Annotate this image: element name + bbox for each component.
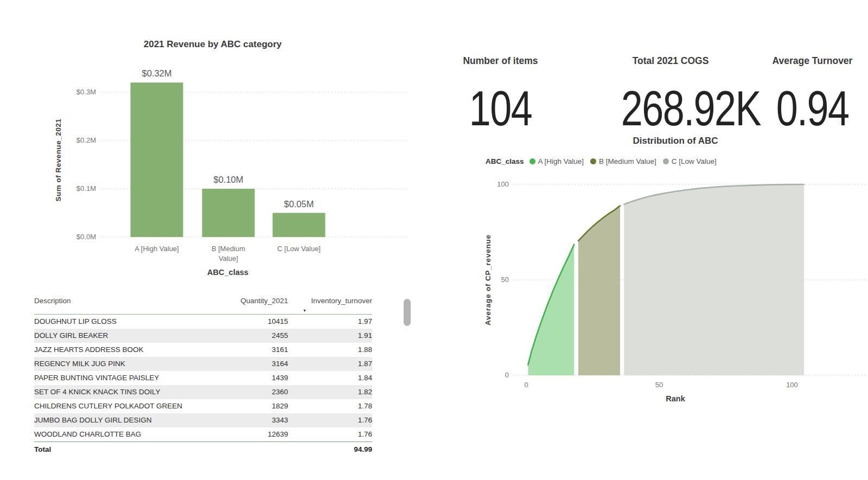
x-axis-title: Rank: [666, 394, 685, 403]
kpi-card-number-of-items: Number of items 104: [439, 54, 561, 133]
x-axis-tick: Value]: [219, 254, 238, 263]
table-row[interactable]: JAZZ HEARTS ADDRESS BOOK31611.88: [34, 343, 372, 357]
y-axis-tick: $0.2M: [76, 136, 96, 144]
table-visual: Description Quantity_2021 Inventory_turn…: [34, 295, 372, 457]
cell-description: SET OF 4 KNICK KNACK TINS DOILY: [34, 385, 223, 399]
cell-description: JUMBO BAG DOLLY GIRL DESIGN: [34, 413, 223, 427]
bar-value-label: $0.10M: [213, 175, 243, 184]
kpi-value: 0.94: [764, 84, 861, 133]
area-segment-b[interactable]: [578, 206, 620, 375]
table-header-quantity[interactable]: Quantity_2021: [223, 295, 288, 315]
x-axis-tick: 100: [786, 381, 798, 389]
kpi-value: 268.92K: [621, 84, 720, 133]
cell-turnover: 1.91: [288, 329, 372, 343]
cell-quantity: 2360: [223, 385, 288, 399]
cell-turnover: 1.76: [288, 413, 372, 427]
table-row[interactable]: DOUGHNUT LIP GLOSS104151.97: [34, 315, 372, 329]
x-axis-tick: 0: [524, 381, 528, 389]
table-row[interactable]: JUMBO BAG DOLLY GIRL DESIGN33431.76: [34, 413, 372, 427]
bar-chart-plot: $0.0M$0.1M$0.2M$0.3M$0.32MA [High Value]…: [33, 33, 412, 287]
cell-quantity: 3164: [223, 357, 288, 371]
x-axis-tick: C [Low Value]: [277, 245, 321, 253]
area-chart-visual: Distribution of ABC ABC_class A [High Va…: [467, 130, 868, 418]
table-scrollbar-thumb[interactable]: [404, 299, 411, 326]
y-axis-title: Sum of Revenue_2021: [54, 119, 62, 202]
bar-B [Medium Value][interactable]: [202, 189, 255, 237]
cell-description: CHILDRENS CUTLERY POLKADOT GREEN: [34, 399, 223, 413]
y-axis-tick: $0.3M: [76, 88, 96, 96]
cell-description: DOUGHNUT LIP GLOSS: [34, 315, 223, 329]
sort-descending-icon[interactable]: ▼: [303, 308, 307, 313]
cell-quantity: 3161: [223, 343, 288, 357]
table-row[interactable]: CHILDRENS CUTLERY POLKADOT GREEN18291.78: [34, 399, 372, 413]
bar-C [Low Value][interactable]: [273, 213, 326, 238]
cell-description: PAPER BUNTING VINTAGE PAISLEY: [34, 371, 223, 385]
y-axis-tick: $0.0M: [76, 233, 96, 241]
y-axis-title: Average of CP_revenue: [484, 234, 492, 325]
cell-quantity: 12639: [223, 427, 288, 442]
cell-turnover: 1.88: [288, 343, 372, 357]
cell-turnover: 1.84: [288, 371, 372, 385]
kpi-value: 104: [452, 84, 550, 133]
x-axis-tick: A [High Value]: [135, 245, 178, 253]
kpi-card-total-2021-cogs: Total 2021 COGS 268.92K: [609, 54, 732, 133]
table-total-row: Total 94.99: [34, 442, 372, 457]
table-row[interactable]: WOODLAND CHARLOTTE BAG126391.76: [34, 427, 372, 442]
total-label: Total: [34, 442, 223, 457]
x-axis-title: ABC_class: [207, 268, 248, 277]
kpi-label: Average Turnover: [751, 54, 868, 67]
cell-turnover: 1.78: [288, 399, 372, 413]
area-segment-c[interactable]: [624, 184, 804, 375]
cell-turnover: 1.97: [288, 315, 372, 329]
x-axis-tick: 50: [655, 381, 663, 389]
product-table: Description Quantity_2021 Inventory_turn…: [34, 295, 372, 457]
table-header-inventory-turnover[interactable]: Inventory_turnover ▼: [288, 295, 372, 315]
area-chart-plot: 050100050100RankAverage of CP_revenue: [467, 130, 868, 418]
cell-turnover: 1.87: [288, 357, 372, 371]
table-header-row: Description Quantity_2021 Inventory_turn…: [34, 295, 372, 315]
cell-quantity: 3343: [223, 413, 288, 427]
cell-description: DOLLY GIRL BEAKER: [34, 329, 223, 343]
kpi-label: Total 2021 COGS: [609, 54, 732, 67]
cell-quantity: 1439: [223, 371, 288, 385]
bar-value-label: $0.05M: [284, 199, 314, 209]
bar-chart-visual: 2021 Revenue by ABC category $0.0M$0.1M$…: [33, 33, 412, 287]
cell-turnover: 1.76: [288, 427, 372, 442]
table-row[interactable]: REGENCY MILK JUG PINK31641.87: [34, 357, 372, 371]
cell-description: REGENCY MILK JUG PINK: [34, 357, 223, 371]
table-header-description[interactable]: Description: [34, 295, 223, 315]
cell-quantity: 2455: [223, 329, 288, 343]
y-axis-tick: 50: [501, 276, 509, 284]
total-turnover-value: 94.99: [288, 442, 372, 457]
kpi-label: Number of items: [439, 54, 561, 67]
bar-value-label: $0.32M: [142, 68, 171, 78]
kpi-card-average-turnover: Average Turnover 0.94: [751, 54, 868, 133]
table-row[interactable]: PAPER BUNTING VINTAGE PAISLEY14391.84: [34, 371, 372, 385]
table-row[interactable]: DOLLY GIRL BEAKER24551.91: [34, 329, 372, 343]
x-axis-tick: B [Medium: [212, 245, 245, 253]
cell-quantity: 10415: [223, 315, 288, 329]
bar-A [High Value][interactable]: [131, 82, 183, 237]
area-segment-a[interactable]: [528, 245, 574, 375]
y-axis-tick: 100: [497, 180, 509, 188]
cell-description: WOODLAND CHARLOTTE BAG: [34, 427, 223, 442]
cell-quantity: 1829: [223, 399, 288, 413]
y-axis-tick: 0: [505, 371, 509, 379]
cell-description: JAZZ HEARTS ADDRESS BOOK: [34, 343, 223, 357]
table-row[interactable]: SET OF 4 KNICK KNACK TINS DOILY23601.82: [34, 385, 372, 399]
y-axis-tick: $0.1M: [76, 184, 96, 193]
cell-turnover: 1.82: [288, 385, 372, 399]
